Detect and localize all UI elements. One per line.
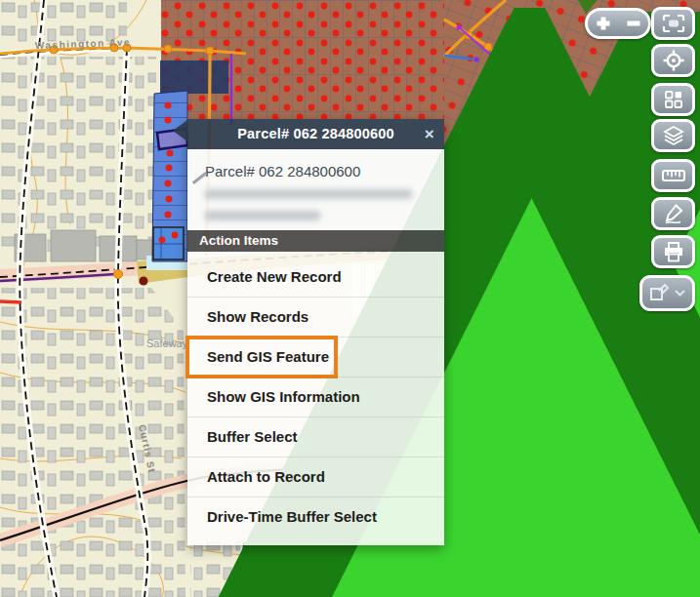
print-icon xyxy=(662,241,685,262)
menu-item-send-gis-feature[interactable]: Send GIS Feature xyxy=(187,337,444,377)
select-tools-dropdown-button[interactable] xyxy=(639,275,695,311)
close-icon[interactable]: × xyxy=(425,119,434,149)
menu-item-show-records[interactable]: Show Records xyxy=(187,297,444,337)
draw-pencil-icon xyxy=(662,202,685,225)
gis-map-app: Washington Ave Curtis St Safeway Parcel#… xyxy=(0,0,700,597)
poi-label-safeway: Safeway xyxy=(146,338,188,349)
menu-item-drive-time-buffer-select[interactable]: Drive-Time Buffer Select xyxy=(187,497,444,537)
basemap-grid-icon xyxy=(663,89,684,110)
measure-ruler-icon xyxy=(661,167,686,184)
minus-icon xyxy=(626,16,641,31)
popup-leader-arrow xyxy=(173,120,187,141)
parcel-popup: Parcel# 062 284800600 × Parcel# 062 2848… xyxy=(187,119,444,545)
menu-item-buffer-select[interactable]: Buffer Select xyxy=(187,417,444,457)
draw-button[interactable] xyxy=(651,197,695,230)
zoom-in-button[interactable] xyxy=(588,11,618,36)
menu-item-attach-to-record[interactable]: Attach to Record xyxy=(187,457,444,497)
menu-item-create-new-record[interactable]: Create New Record xyxy=(187,258,444,297)
popup-body: Parcel# 062 284800600 xyxy=(187,149,444,230)
select-tools-dropdown-icon xyxy=(648,283,687,304)
zoom-control xyxy=(585,8,651,39)
locate-target-icon xyxy=(662,49,685,72)
popup-title: Parcel# 062 284800600 xyxy=(237,126,394,141)
popup-title-bar[interactable]: Parcel# 062 284800600 × xyxy=(187,119,444,149)
redacted-address-line-1 xyxy=(205,189,412,199)
redacted-address-line-2 xyxy=(205,211,320,220)
layers-icon xyxy=(662,124,685,147)
basemap-grid-button[interactable] xyxy=(651,83,695,116)
blue-parcels-left xyxy=(152,91,187,261)
plus-icon xyxy=(596,16,611,31)
action-items-menu: Create New Record Show Records Send GIS … xyxy=(187,252,444,545)
parcel-number-text: Parcel# 062 284800600 xyxy=(205,163,427,179)
locate-button[interactable] xyxy=(651,44,695,77)
menu-item-show-gis-information[interactable]: Show GIS Information xyxy=(187,377,444,417)
measure-button[interactable] xyxy=(651,159,695,192)
zoom-extent-icon xyxy=(662,14,685,33)
print-button[interactable] xyxy=(651,235,695,268)
menu-item-label: Send GIS Feature xyxy=(207,348,329,365)
zoom-extent-button[interactable] xyxy=(651,7,695,40)
action-items-header: Action Items xyxy=(187,230,444,252)
zoom-out-button[interactable] xyxy=(618,11,648,36)
layers-button[interactable] xyxy=(651,119,695,152)
